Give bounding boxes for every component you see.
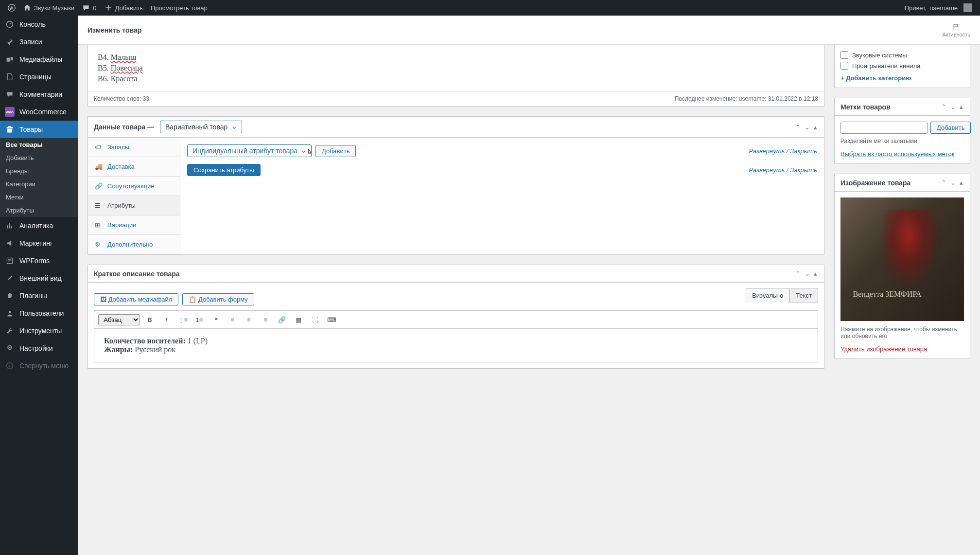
submenu-attributes[interactable]: Атрибуты [0,204,78,217]
menu-collapse[interactable]: Свернуть меню [0,357,78,375]
woo-icon: woo [5,107,15,117]
menu-settings[interactable]: Настройки [0,340,78,357]
align-center-button[interactable]: ≡ [242,313,256,326]
wrench-icon [5,326,15,336]
dashboard-icon [5,19,15,29]
tab-inventory[interactable]: 🏷Запасы [88,138,180,157]
activity-button[interactable]: Активность [942,23,970,37]
add-media-button[interactable]: 🖼 Добавить медиафайл [94,293,178,305]
menu-wpforms[interactable]: WPForms [0,252,78,269]
chevron-down-icon[interactable]: ⌄ [949,178,957,187]
bullet-list-button[interactable]: ⋮≡ [176,313,190,326]
align-right-button[interactable]: ≡ [259,313,272,326]
caret-up-icon[interactable]: ▴ [959,178,964,187]
menu-plugins[interactable]: Плагины [0,287,78,304]
category-checkbox-sound[interactable] [840,51,848,59]
avatar-icon [963,3,972,12]
expand-close-link-2[interactable]: Развернуть / Закрыть [749,166,817,174]
menu-appearance[interactable]: Внешний вид [0,269,78,287]
svg-point-4 [9,347,10,348]
number-list-button[interactable]: 1≡ [192,313,206,326]
menu-analytics[interactable]: Аналитика [0,217,78,234]
add-form-button[interactable]: 📋 Добавить форму [182,293,254,305]
tab-advanced[interactable]: ⚙Дополнительно [88,235,180,254]
chevron-down-icon[interactable]: ⌄ [804,269,811,278]
submenu-categories[interactable]: Категории [0,178,78,191]
product-data-tabs: 🏷Запасы 🚚Доставка 🔗Сопутствующие ☰Атрибу… [88,138,180,254]
menu-woocommerce[interactable]: wooWooCommerce [0,103,78,121]
toolbar-toggle-button[interactable]: ⌨ [325,313,338,326]
last-edited: Последнее изменение: username; 31.01.202… [675,95,818,102]
user-icon [5,308,15,318]
settings-icon [5,343,15,353]
attribute-select[interactable]: Индивидуальный атрибут товара [187,144,312,157]
remove-image-link[interactable]: Удалить изображение товара [840,345,927,353]
tab-variations[interactable]: ⊞Вариации [88,215,180,235]
attributes-panel: Индивидуальный атрибут товара Добавить Р… [180,138,824,254]
italic-button[interactable]: I [159,313,173,326]
menu-pages[interactable]: Страницы [0,68,78,86]
menu-users[interactable]: Пользователи [0,304,78,322]
menu-marketing[interactable]: Маркетинг [0,234,78,252]
tab-linked[interactable]: 🔗Сопутствующие [88,177,180,196]
comments-link[interactable]: 0 [78,0,100,16]
grid-icon: ⊞ [95,221,103,229]
tag-input[interactable] [840,122,928,134]
save-attributes-button[interactable]: Сохранить атрибуты [187,164,261,176]
word-count: Количество слов: 33 [94,95,149,102]
bold-button[interactable]: B [143,313,157,326]
chevron-down-icon[interactable]: ⌄ [804,123,811,132]
collapse-icon [5,361,15,371]
align-left-button[interactable]: ≡ [226,313,239,326]
tab-shipping[interactable]: 🚚Доставка [88,157,180,177]
wp-logo[interactable] [4,0,19,16]
fullscreen-button[interactable]: ⛶ [308,313,322,326]
media-icon: 🖼 [100,296,106,303]
submenu-brands[interactable]: Бренды [0,164,78,178]
menu-posts[interactable]: Записи [0,33,78,51]
menu-tools[interactable]: Инструменты [0,322,78,340]
expand-close-link-1[interactable]: Развернуть / Закрыть [749,147,817,155]
tab-attributes[interactable]: ☰Атрибуты [88,196,180,215]
submenu-tags[interactable]: Метки [0,191,78,204]
product-type-select[interactable]: Вариативный товар [160,121,242,133]
chevron-up-icon[interactable]: ⌃ [940,178,947,187]
menu-comments[interactable]: Комментарии [0,86,78,103]
description-editor: B4. Малыш B5. Повесица B6. Красота Колич… [88,45,824,107]
submenu-add-product[interactable]: Добавить [0,151,78,164]
quote-button[interactable]: ❝ [209,313,223,326]
link-button[interactable]: 🔗 [275,313,289,326]
menu-media[interactable]: Медиафайлы [0,51,78,68]
add-attribute-button[interactable]: Добавить [315,145,356,157]
more-button[interactable]: ▦ [292,313,305,326]
site-name-link[interactable]: Звуки Музыки [19,0,78,16]
chevron-up-icon[interactable]: ⌃ [794,269,802,278]
editor-body[interactable]: B4. Малыш B5. Повесица B6. Красота [88,45,824,91]
new-content-link[interactable]: Добавить [101,0,147,16]
product-image[interactable] [840,197,964,321]
tags-panel: Метки товаров ⌃ ⌄ ▴ Добавить Разделяйте … [834,98,970,164]
menu-dashboard[interactable]: Консоль [0,16,78,33]
submenu-all-products[interactable]: Все товары [0,138,78,151]
megaphone-icon [5,238,15,248]
tag-icon: 🏷 [95,143,103,151]
view-product-link[interactable]: Просмотреть товар [147,0,211,16]
add-tag-button[interactable]: Добавить [930,122,971,134]
add-category-link[interactable]: + Добавить категорию [840,74,911,82]
account-link[interactable]: Привет, username [901,0,976,16]
category-checkbox-vinyl[interactable] [840,62,848,70]
visual-tab[interactable]: Визуально [746,288,789,303]
short-desc-editor[interactable]: Количество носителей: 1 (LP) Жанры: Русс… [94,328,818,362]
caret-up-icon[interactable]: ▴ [813,269,818,278]
caret-up-icon[interactable]: ▴ [959,102,964,111]
chevron-down-icon[interactable]: ⌄ [949,102,957,111]
text-tab[interactable]: Текст [789,288,818,303]
choose-tags-link[interactable]: Выбрать из часто используемых меток [840,150,954,158]
chevron-up-icon[interactable]: ⌃ [794,123,802,132]
analytics-icon [5,221,15,231]
product-data-panel: Данные товара — Вариативный товар ⌃ ⌄ ▴ [88,116,824,255]
chevron-up-icon[interactable]: ⌃ [940,102,947,111]
menu-products[interactable]: Товары [0,121,78,138]
paragraph-select[interactable]: Абзац [98,314,140,325]
caret-up-icon[interactable]: ▴ [813,123,818,132]
